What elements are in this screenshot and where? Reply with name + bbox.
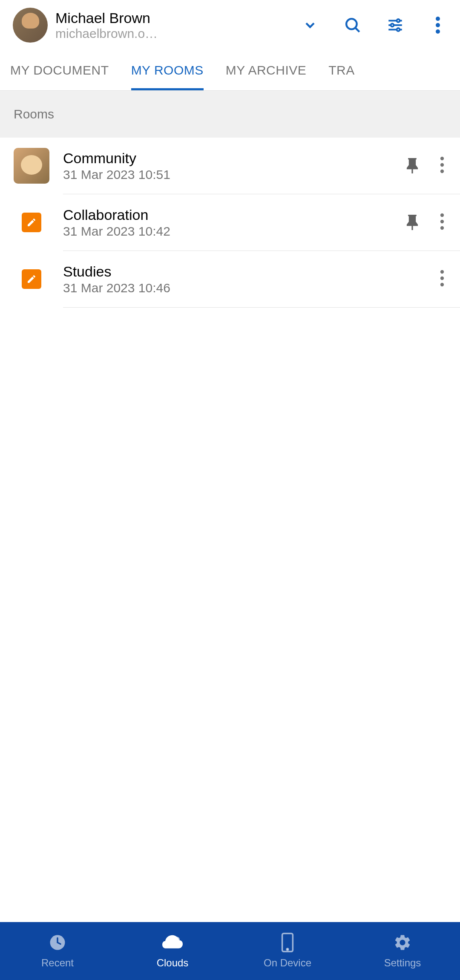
svg-point-18 xyxy=(440,277,444,280)
tab-my-document[interactable]: MY DOCUMENT xyxy=(10,50,109,90)
search-button[interactable] xyxy=(343,16,362,35)
room-icon-wrapper xyxy=(14,261,49,297)
svg-point-11 xyxy=(440,157,444,160)
more-button[interactable] xyxy=(428,16,447,35)
svg-point-13 xyxy=(440,170,444,173)
more-vertical-icon xyxy=(437,213,447,230)
nav-label: On Device xyxy=(264,957,311,969)
room-name: Studies xyxy=(63,263,423,280)
room-name: Community xyxy=(63,150,393,167)
tabs: MY DOCUMENT MY ROOMS MY ARCHIVE TRA xyxy=(0,50,460,91)
svg-point-9 xyxy=(436,23,440,27)
nav-on-device[interactable]: On Device xyxy=(230,932,345,969)
avatar[interactable] xyxy=(13,8,48,43)
room-item-community[interactable]: Community 31 Mar 2023 10:51 xyxy=(0,138,460,194)
user-info[interactable]: Michael Brown michaelbrown.o… xyxy=(55,10,293,41)
room-list: Community 31 Mar 2023 10:51 Collaboratio… xyxy=(0,138,460,922)
user-name: Michael Brown xyxy=(55,10,293,26)
room-actions xyxy=(406,213,447,232)
header-icons xyxy=(301,16,447,35)
room-date: 31 Mar 2023 10:51 xyxy=(63,167,393,182)
user-subtitle: michaelbrown.o… xyxy=(55,26,200,41)
room-info: Community 31 Mar 2023 10:51 xyxy=(63,150,393,182)
room-icon-wrapper xyxy=(14,205,49,240)
room-more-button[interactable] xyxy=(437,156,447,175)
svg-point-16 xyxy=(440,226,444,230)
svg-point-0 xyxy=(346,19,357,29)
room-item-studies[interactable]: Studies 31 Mar 2023 10:46 xyxy=(0,251,460,307)
divider xyxy=(63,307,460,308)
dropdown-button[interactable] xyxy=(301,16,319,35)
room-date: 31 Mar 2023 10:46 xyxy=(63,281,423,295)
header: Michael Brown michaelbrown.o… xyxy=(0,0,460,50)
more-vertical-icon xyxy=(435,17,440,34)
room-avatar-icon xyxy=(14,148,49,184)
room-info: Collaboration 31 Mar 2023 10:42 xyxy=(63,207,393,239)
svg-point-7 xyxy=(397,28,400,31)
svg-line-1 xyxy=(356,28,359,32)
filter-button[interactable] xyxy=(386,16,405,35)
sliders-icon xyxy=(386,16,404,34)
room-name: Collaboration xyxy=(63,207,393,223)
content-area: Rooms Community 31 Mar 2023 10:51 xyxy=(0,91,460,922)
edit-icon xyxy=(22,213,41,232)
svg-point-10 xyxy=(436,29,440,34)
more-vertical-icon xyxy=(437,270,447,287)
svg-point-5 xyxy=(391,24,394,27)
gear-icon xyxy=(392,932,413,953)
room-more-button[interactable] xyxy=(437,213,447,232)
phone-icon xyxy=(277,932,298,953)
search-icon xyxy=(344,16,362,34)
nav-clouds[interactable]: Clouds xyxy=(115,932,230,969)
svg-point-19 xyxy=(440,283,444,286)
room-date: 31 Mar 2023 10:42 xyxy=(63,224,393,239)
nav-label: Settings xyxy=(384,957,421,969)
svg-point-15 xyxy=(440,220,444,223)
svg-point-3 xyxy=(397,19,400,22)
nav-label: Clouds xyxy=(157,957,189,969)
bottom-nav: Recent Clouds On Device Settings xyxy=(0,922,460,980)
svg-point-8 xyxy=(436,17,440,21)
room-item-collaboration[interactable]: Collaboration 31 Mar 2023 10:42 xyxy=(0,194,460,251)
cloud-icon xyxy=(162,932,183,953)
chevron-down-icon xyxy=(302,17,318,33)
room-actions xyxy=(437,270,447,288)
svg-point-12 xyxy=(440,163,444,167)
room-more-button[interactable] xyxy=(437,270,447,288)
svg-point-17 xyxy=(440,270,444,274)
room-info: Studies 31 Mar 2023 10:46 xyxy=(63,263,423,295)
nav-label: Recent xyxy=(41,957,74,969)
svg-point-14 xyxy=(440,213,444,217)
edit-icon xyxy=(22,269,41,289)
nav-recent[interactable]: Recent xyxy=(0,932,115,969)
tab-my-rooms[interactable]: MY ROOMS xyxy=(131,50,204,90)
pin-icon xyxy=(406,158,418,173)
pin-icon xyxy=(406,215,418,230)
svg-point-23 xyxy=(287,948,288,950)
tab-my-archive[interactable]: MY ARCHIVE xyxy=(226,50,307,90)
room-actions xyxy=(406,156,447,175)
clock-icon xyxy=(47,932,68,953)
tab-trash[interactable]: TRA xyxy=(328,50,355,90)
nav-settings[interactable]: Settings xyxy=(345,932,460,969)
more-vertical-icon xyxy=(437,156,447,173)
section-header: Rooms xyxy=(0,91,460,138)
